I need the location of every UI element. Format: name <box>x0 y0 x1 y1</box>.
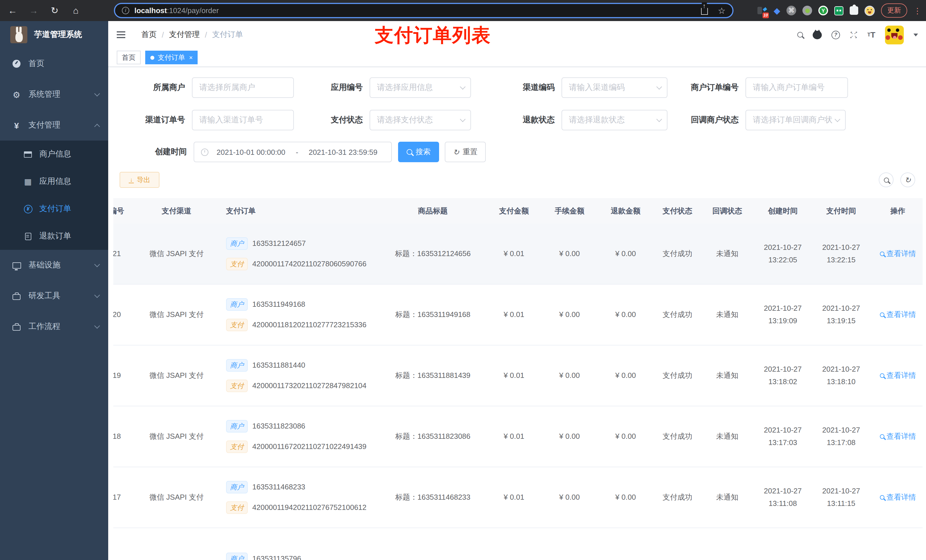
extension-badge: 10 <box>762 12 769 18</box>
site-info-icon[interactable]: i <box>122 7 129 14</box>
sidebar: 芋道管理系统 首页 ⚙ 系统管理 ¥ 支付管理 商户信息 ▦ 应用信息 <box>0 21 108 560</box>
browser-reload-icon[interactable]: ↻ <box>49 5 61 16</box>
view-detail-link[interactable]: 查看详情 <box>879 492 916 503</box>
active-dot-icon <box>150 56 154 59</box>
chevron-down-icon <box>460 84 466 90</box>
view-detail-link[interactable]: 查看详情 <box>879 309 916 320</box>
breadcrumb: 首页 / 支付管理 / 支付订单 <box>141 21 243 48</box>
filter-notify-status: 回调商户状态 请选择订单回调商户状态 <box>674 110 846 130</box>
table-row: 17 微信 JSAPI 支付 商户1635311468233 支付4200001… <box>113 467 923 528</box>
create-time-range-input[interactable]: 2021-10-01 00:00:00 - 2021-10-31 23:59:5… <box>194 142 392 162</box>
merchant-tag: 商户 <box>226 237 248 250</box>
close-icon[interactable]: × <box>189 54 193 61</box>
show-search-button[interactable] <box>879 172 894 187</box>
channel-code-select[interactable]: 请输入渠道编码 <box>561 77 667 98</box>
browser-home-icon[interactable]: ⌂ <box>70 5 82 16</box>
user-avatar[interactable] <box>885 25 904 44</box>
tab-home[interactable]: 首页 <box>117 51 141 64</box>
tags-view-bar: 首页 支付订单 × <box>108 48 926 67</box>
avatar-caret-icon[interactable] <box>914 33 918 36</box>
table-row-partial: 商户163531135796 <box>113 528 923 560</box>
sidebar-item-devtools[interactable]: 研发工具 <box>0 281 108 311</box>
magnifier-icon <box>879 373 884 378</box>
extension-gem-icon[interactable]: ◆ <box>774 5 780 16</box>
url-text: localhost:1024/pay/order <box>135 6 219 15</box>
refresh-table-button[interactable]: ↻ <box>900 172 915 187</box>
refresh-icon: ↻ <box>453 148 459 155</box>
breadcrumb-home[interactable]: 首页 <box>141 30 157 40</box>
magnifier-icon <box>879 434 884 439</box>
filter-create-time: 创建时间 2021-10-01 00:00:00 - 2021-10-31 23… <box>123 142 392 162</box>
chevron-up-icon <box>94 124 100 129</box>
table-row: 19 微信 JSAPI 支付 商户1635311881440 支付4200001… <box>113 346 923 406</box>
table-row: 20 微信 JSAPI 支付 商户1635311949168 支付4200001… <box>113 285 923 346</box>
browser-update-button[interactable]: 更新 <box>881 3 907 18</box>
filter-app: 应用编号 请选择应用信息 <box>310 77 471 98</box>
reset-button[interactable]: ↻ 重置 <box>445 142 486 162</box>
pay-tag: 支付 <box>226 441 248 453</box>
chevron-down-icon <box>94 292 100 298</box>
app-select[interactable]: 请选择应用信息 <box>369 77 471 98</box>
browser-forward-icon[interactable]: → <box>28 5 39 16</box>
view-detail-link[interactable]: 查看详情 <box>879 248 916 260</box>
extension-command-icon[interactable]: ⌘ <box>787 6 796 15</box>
merchant-order-no-input[interactable]: 请输入商户订单编号 <box>746 77 848 98</box>
store-icon <box>23 151 33 157</box>
pay-status-select[interactable]: 请选择支付状态 <box>369 110 471 130</box>
search-button[interactable]: 搜索 <box>398 142 439 162</box>
view-detail-link[interactable]: 查看详情 <box>879 370 916 381</box>
grid-icon: ▦ <box>23 178 33 186</box>
sidebar-item-workflow[interactable]: 工作流程 <box>0 311 108 342</box>
app-title: 芋道管理系统 <box>34 30 82 40</box>
profile-avatar-icon[interactable] <box>864 5 875 16</box>
filter-channel-code: 渠道编码 请输入渠道编码 <box>494 77 667 98</box>
sidebar-item-merchant-info[interactable]: 商户信息 <box>0 140 108 168</box>
orders-table: 编号 支付渠道 支付订单 商品标题 支付金额 手续金额 退款金额 支付状态 回调… <box>113 198 923 560</box>
merchant-tag: 商户 <box>226 359 248 371</box>
table-row: 21 微信 JSAPI 支付 商户1635312124657 支付4200001… <box>113 223 923 285</box>
address-bar[interactable]: i localhost:1024/pay/order ☆ <box>114 3 734 18</box>
sidebar-item-refund-order[interactable]: 退款订单 <box>0 222 108 250</box>
sidebar-item-home[interactable]: 首页 <box>0 48 108 79</box>
browser-toolbar: ← → ↻ ⌂ i localhost:1024/pay/order ☆ ◆ 1… <box>0 0 926 21</box>
channel-order-no-input[interactable]: 请输入渠道订单号 <box>192 110 294 130</box>
notify-status-select[interactable]: 请选择订单回调商户状态 <box>746 110 846 130</box>
status-badge: 支付成功 <box>653 431 702 442</box>
breadcrumb-current: 支付订单 <box>212 30 243 40</box>
font-size-icon[interactable]: TT <box>867 30 875 39</box>
merchant-tag: 商户 <box>226 552 248 560</box>
sidebar-item-infra[interactable]: 基础设施 <box>0 250 108 281</box>
extension-y-icon[interactable]: Y <box>819 6 828 15</box>
browser-back-icon[interactable]: ← <box>7 5 18 16</box>
fullscreen-icon[interactable]: ↖↗↙↘ <box>850 31 858 39</box>
search-icon[interactable] <box>797 32 803 38</box>
github-icon[interactable] <box>813 30 822 39</box>
gear-icon: ⚙ <box>11 90 22 99</box>
sidebar-item-system[interactable]: ⚙ 系统管理 <box>0 79 108 110</box>
export-button[interactable]: ↓ 导出 <box>120 172 159 188</box>
sidebar-item-pay-order[interactable]: ¥ 支付订单 <box>0 195 108 222</box>
help-icon[interactable]: ? <box>831 30 840 39</box>
extension-dot-icon[interactable] <box>802 6 812 15</box>
logo-image <box>10 26 27 43</box>
magnifier-icon <box>879 252 884 256</box>
browser-menu-icon[interactable]: ⋮ <box>914 6 921 15</box>
page: ← → ↻ ⌂ i localhost:1024/pay/order ☆ ◆ 1… <box>0 0 926 560</box>
refund-status-select[interactable]: 请选择退款状态 <box>561 110 667 130</box>
pay-circle-icon: ¥ <box>23 205 33 213</box>
view-detail-link[interactable]: 查看详情 <box>879 431 916 442</box>
extension-tabs-icon[interactable]: ◆ 10 <box>757 5 767 16</box>
filter-merchant: 所属商户 请选择所属商户 <box>123 77 294 98</box>
bookmark-star-icon[interactable]: ☆ <box>718 5 726 16</box>
magnifier-icon <box>879 312 884 317</box>
share-icon[interactable] <box>701 8 708 15</box>
merchant-input[interactable]: 请选择所属商户 <box>192 77 294 98</box>
breadcrumb-payment[interactable]: 支付管理 <box>169 30 200 40</box>
sidebar-collapse-icon[interactable] <box>117 31 125 32</box>
sidebar-item-payment[interactable]: ¥ 支付管理 <box>0 110 108 140</box>
tab-pay-order[interactable]: 支付订单 × <box>145 51 198 64</box>
chevron-down-icon <box>835 116 840 122</box>
extensions-puzzle-icon[interactable] <box>850 6 858 15</box>
extension-chat-icon[interactable] <box>834 6 843 15</box>
sidebar-item-app-info[interactable]: ▦ 应用信息 <box>0 168 108 195</box>
